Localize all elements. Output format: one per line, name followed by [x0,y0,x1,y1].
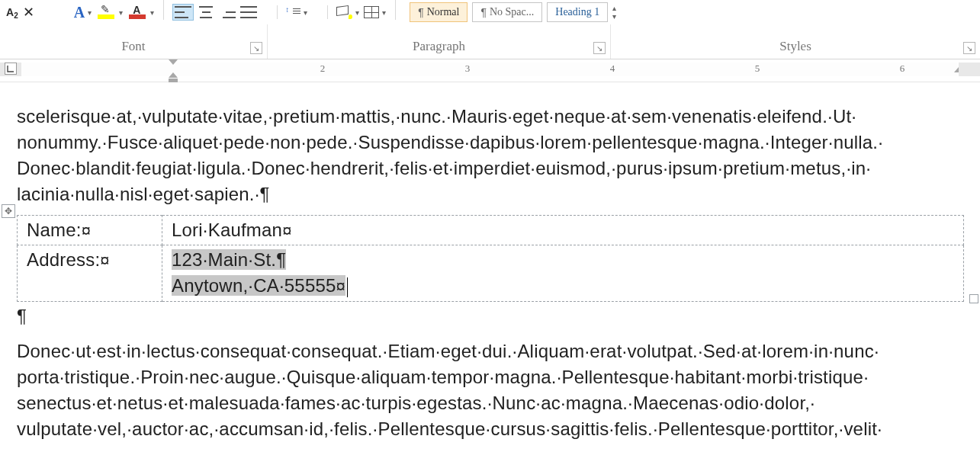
highlight-color-icon[interactable]: ✎ [96,5,116,20]
ribbon-group-labels: Font ↘ Paragraph ↘ Styles ↘ [0,24,980,59]
styles-gallery: ¶Normal ¶No Spac... Heading 1 ▴▾ [403,0,632,24]
cell-text[interactable]: Name: [27,220,82,240]
align-right-button[interactable] [219,6,236,18]
group-styles: Styles ↘ [610,24,980,59]
mini-separator [277,5,278,19]
borders-button[interactable] [364,6,379,18]
paragraph-controls: ↕ ▾ ▾ ▾ [167,0,392,24]
group-separator [395,0,396,20]
ruler-num: 4 [610,63,615,75]
style-normal[interactable]: ¶Normal [410,2,468,22]
ruler-num: 6 [900,63,905,75]
document-page[interactable]: scelerisque·at,·vulputate·vitae,·pretium… [17,104,977,442]
cell-mark-icon [82,220,91,240]
text-run[interactable]: Donec·blandit·feugiat·ligula.·Donec·hend… [17,158,871,178]
group-label-paragraph: Paragraph [413,39,465,59]
group-font: Font ↘ [0,24,267,59]
text-run[interactable]: vulputate·vel,·auctor·ac,·accumsan·id,·f… [17,418,882,439]
clear-formatting-icon[interactable]: ✕ [23,4,34,21]
subscript-icon[interactable]: A2 [6,6,18,18]
text-run[interactable]: scelerisque·at,·vulputate·vitae,·pretium… [17,106,856,127]
group-paragraph: Paragraph ↘ [267,24,610,59]
table-row[interactable]: Address: 123·Main·St. Anytown,·CA·55555 [18,245,964,301]
text-cursor [347,277,348,297]
cell-mark-icon [282,220,291,240]
cell-text[interactable]: Address: [27,249,100,270]
text-run[interactable]: lacinia·nulla·nisl·eget·sapien.· [17,184,260,204]
styles-dialog-launcher[interactable]: ↘ [963,42,975,54]
shading-button[interactable] [336,5,352,19]
align-left-button[interactable] [173,5,193,20]
style-heading-1[interactable]: Heading 1 [547,2,608,22]
chevron-down-icon[interactable]: ▾ [88,8,92,17]
selected-text[interactable]: Anytown,·CA·55555 [172,275,336,296]
tab-selector[interactable] [5,63,17,75]
cell-mark-icon [100,249,109,270]
text-run[interactable]: Donec·ut·est·in·lectus·consequat·consequ… [17,341,879,361]
hanging-indent-icon[interactable] [169,72,178,78]
ruler-num: 2 [320,63,326,75]
empty-paragraph[interactable] [17,303,977,329]
body-paragraph[interactable]: Donec·ut·est·in·lectus·consequat·consequ… [17,338,977,442]
ruler-right-margin [959,63,980,76]
pilcrow-icon [260,184,270,204]
ruler-ticks: 2 3 4 5 6 [21,63,957,76]
font-color-icon[interactable]: A [127,5,147,20]
font-controls: A2 ✕ A ▾ ✎ ▾ A ▾ [0,0,160,24]
style-no-spacing[interactable]: ¶No Spac... [472,2,542,22]
indent-markers[interactable] [166,59,182,79]
group-separator [163,0,164,20]
ruler-num: 3 [465,63,471,75]
pilcrow-icon [17,306,27,326]
first-line-indent-icon[interactable] [169,59,178,65]
pilcrow-icon [276,249,286,270]
table-cell[interactable]: Name: [18,216,162,245]
mini-separator [327,5,328,19]
table-cell[interactable]: Lori·Kaufman [162,216,964,245]
styles-more-button[interactable]: ▴▾ [612,4,626,21]
chevron-down-icon[interactable]: ▾ [355,8,359,17]
table-cell[interactable]: 123·Main·St. Anytown,·CA·55555 [162,245,964,301]
align-center-button[interactable] [198,6,214,18]
chevron-down-icon[interactable]: ▾ [119,8,123,17]
chevron-down-icon[interactable]: ▾ [382,8,386,17]
horizontal-ruler[interactable]: 2 3 4 5 6 [0,59,980,82]
ruler-num: 5 [755,63,760,75]
ribbon-controls-partial: A2 ✕ A ▾ ✎ ▾ A ▾ ↕ ▾ ▾ ▾ ¶Normal ¶No Spa… [0,0,980,24]
group-label-font: Font [121,39,145,59]
table-resize-handle[interactable] [969,294,978,303]
group-label-styles: Styles [779,39,811,59]
paragraph-dialog-launcher[interactable]: ↘ [593,42,606,54]
word-table[interactable]: Name: Lori·Kaufman Address: 123·Main·St.… [17,215,964,301]
selected-text[interactable]: 123·Main·St. [172,249,276,270]
line-spacing-button[interactable]: ↕ [285,5,300,19]
cell-text[interactable]: Lori·Kaufman [172,220,282,240]
align-justify-button[interactable] [240,6,257,18]
text-run[interactable]: senectus·et·netus·et·malesuada·fames·ac·… [17,393,815,413]
text-run[interactable]: porta·tristique.·Proin·nec·augue.·Quisqu… [17,367,869,387]
text-run[interactable]: nonummy.·Fusce·aliquet·pede·non·pede.·Su… [17,132,883,152]
cell-mark-icon [336,275,345,296]
table-row[interactable]: Name: Lori·Kaufman [18,216,964,245]
table-move-handle[interactable]: ✥ [2,204,15,218]
document-canvas[interactable]: scelerisque·at,·vulputate·vitae,·pretium… [0,82,980,452]
chevron-down-icon[interactable]: ▾ [150,8,154,17]
table-cell[interactable]: Address: [18,245,162,301]
font-dialog-launcher[interactable]: ↘ [250,42,262,54]
table-container: ✥ Name: Lori·Kaufman Address: 123·Main·S… [17,215,977,301]
text-effects-icon[interactable]: A [74,4,85,21]
chevron-down-icon[interactable]: ▾ [304,8,307,17]
body-paragraph[interactable]: scelerisque·at,·vulputate·vitae,·pretium… [17,104,977,207]
